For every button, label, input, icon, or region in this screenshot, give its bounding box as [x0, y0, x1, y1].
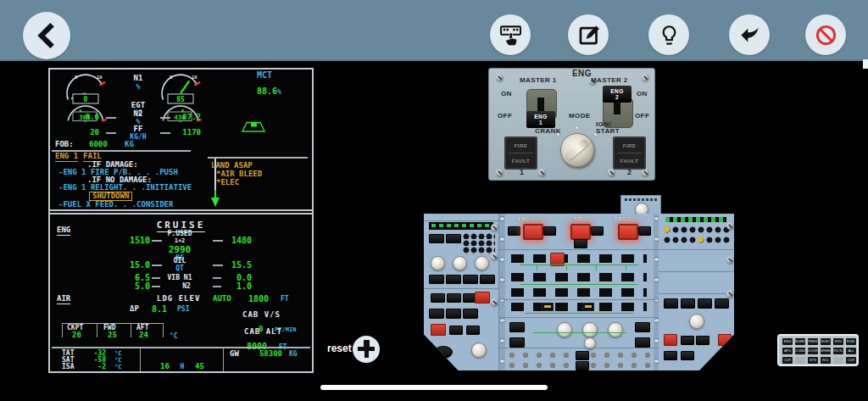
ecp-clr-left-button[interactable]: CLR: [782, 357, 793, 364]
eng2-fire-button[interactable]: FIREFAULT: [613, 136, 646, 170]
reset-button[interactable]: [353, 336, 380, 363]
sat-unit: °C: [114, 358, 121, 364]
screw-icon: [726, 222, 734, 230]
elec-label: *ELEC: [216, 179, 239, 187]
ecp-fctl-button[interactable]: F/CTL: [833, 348, 843, 354]
thrust-limit: MCT 88.6%: [257, 71, 281, 97]
start-label: START: [596, 128, 620, 135]
toolbar: [0, 0, 868, 61]
temp-table-line: [97, 323, 97, 337]
panel-touch-icon: [499, 24, 522, 47]
interactive-panel-button[interactable]: [490, 14, 531, 55]
screw-icon: [496, 169, 504, 176]
home-indicator[interactable]: [320, 385, 548, 390]
ecp-press-button[interactable]: PRESS: [808, 338, 818, 345]
ecp-sts-button[interactable]: STS: [808, 357, 818, 364]
gw-value: 58300: [240, 350, 282, 358]
system-line: [596, 265, 597, 270]
oil-left: 15.0: [109, 261, 150, 270]
rotary-knob: [431, 256, 445, 270]
fob-unit: KG: [125, 141, 134, 148]
panel-button: [509, 322, 525, 332]
panel-button: [696, 336, 709, 345]
panel-button: [698, 298, 712, 309]
edge-notch: [863, 59, 868, 69]
ewd-section: 5 10 0 5 10 85 N1 % MCT 88.6%: [50, 70, 312, 211]
master2-label: MASTER 2: [591, 77, 628, 84]
edit-button[interactable]: [568, 14, 609, 55]
eng1-fire-button[interactable]: FIREFAULT: [504, 136, 537, 170]
mode-selector-knob[interactable]: [560, 133, 594, 167]
selector-tick: [594, 133, 597, 136]
ecp-bleed-button[interactable]: BLEED: [795, 338, 805, 345]
panel-button: [681, 298, 695, 309]
hint-button[interactable]: [648, 14, 689, 55]
ecam-control-panel: ENG BLEED PRESS ELEC HYD FUEL APU COND D…: [777, 334, 859, 366]
ecp-hyd-button[interactable]: HYD: [833, 338, 843, 345]
back-button[interactable]: [23, 12, 70, 59]
undo-button[interactable]: [729, 14, 770, 55]
panel-line: [499, 317, 659, 318]
screw-icon: [726, 290, 734, 298]
tat-unit: °C: [114, 351, 121, 357]
tiny-text-row: [625, 198, 657, 201]
button-row: [511, 303, 647, 311]
ldg-elev-unit: FT: [281, 296, 289, 303]
rotary-knob: [475, 256, 489, 270]
ecp-apu-button[interactable]: APU: [782, 348, 793, 354]
n2-left-value: 0.0: [52, 114, 99, 121]
ecp-elec-button[interactable]: ELEC: [821, 338, 831, 345]
svg-text:5: 5: [170, 75, 172, 80]
ecp-fuel-button[interactable]: FUEL: [846, 338, 856, 345]
system-line: [566, 265, 567, 270]
ckpt-temp: 26: [72, 331, 81, 339]
footer-divider: [223, 347, 224, 371]
panel-button: [576, 351, 589, 360]
oval-button: [434, 346, 453, 359]
panel-button: [681, 336, 694, 345]
ecp-door-button[interactable]: DOOR: [808, 348, 818, 354]
guarded-red-button: [664, 334, 677, 346]
disable-button[interactable]: [805, 14, 846, 55]
ff-right-value: 1170: [153, 129, 201, 136]
gw-unit: KG: [289, 351, 298, 358]
temp-table-line: [163, 323, 164, 337]
panel-button: [431, 293, 445, 303]
overhead-right-wing: [659, 214, 734, 370]
ecp-rcl-button[interactable]: RCL: [821, 357, 831, 364]
ecp-wheel-button[interactable]: WHEEL: [821, 348, 831, 354]
delta-p-label: ΔP: [130, 305, 139, 313]
screw-icon: [608, 169, 615, 176]
panel-button: [681, 351, 694, 360]
delta-p-value: 8.1: [152, 305, 167, 314]
ecp-clr-right-button[interactable]: CLR: [846, 357, 856, 364]
fused-left: 1510: [109, 237, 150, 245]
aft-temp: 24: [139, 331, 148, 339]
panel-line: [424, 288, 498, 289]
panel-button: [429, 309, 444, 319]
amber-indicator: [582, 303, 594, 311]
screw-icon: [642, 74, 649, 81]
panel-button: [480, 275, 495, 284]
amber-light: [664, 226, 670, 232]
guarded-red-button: [475, 292, 490, 304]
amber-light: [698, 237, 704, 242]
separator-line: [208, 157, 308, 159]
oil-right: 15.5: [211, 261, 252, 270]
knob-pointer: [565, 138, 590, 161]
ecp-all-button[interactable]: ALL: [846, 348, 856, 354]
checklist-line: -ENG 1 RELIGHT. . .INITIATIVE: [58, 184, 192, 192]
eng1-master-switch[interactable]: ENG1: [526, 87, 555, 128]
ecp-eng-button[interactable]: ENG: [782, 338, 793, 345]
screw-icon: [491, 253, 498, 260]
isa-value: -2: [84, 364, 106, 370]
master1-label: MASTER 1: [520, 77, 557, 84]
rotary-knob: [582, 322, 598, 337]
cruise-page: CRUISE ENG 1510 F.USED 1+2 2990 KG 1480 …: [50, 213, 312, 373]
keypad: [463, 232, 495, 254]
overhead-panel-preview[interactable]: ENG 1 APU ENG 2: [424, 195, 734, 370]
rotary-knob: [557, 322, 572, 337]
svg-text:5: 5: [75, 75, 77, 80]
ecp-cond-button[interactable]: COND: [795, 348, 805, 354]
app-screen: 5 10 0 5 10 85 N1 % MCT 88.6%: [0, 0, 868, 401]
